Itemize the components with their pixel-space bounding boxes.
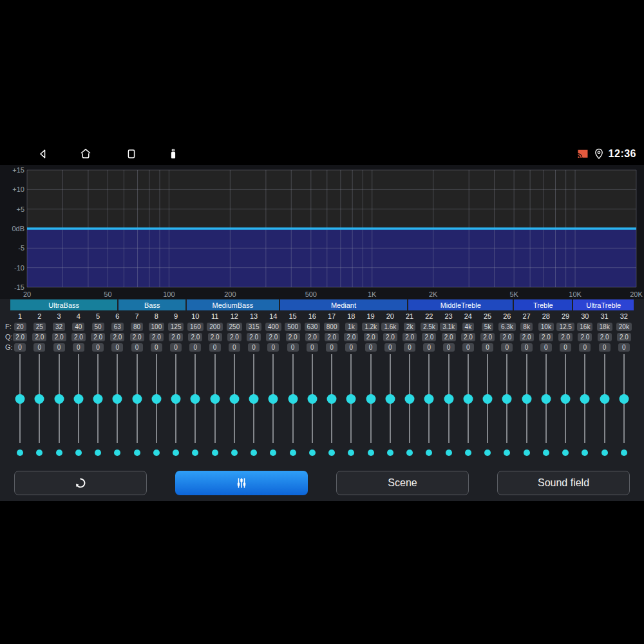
slider-dot: [192, 450, 198, 456]
q-factor-value: 2.0: [305, 333, 319, 341]
slider-knob[interactable]: [288, 394, 298, 404]
slider-knob[interactable]: [249, 394, 259, 404]
slider-knob[interactable]: [600, 394, 609, 404]
slider-knob[interactable]: [327, 394, 337, 404]
slider-knob[interactable]: [113, 394, 122, 404]
slider-knob[interactable]: [463, 394, 473, 404]
y-axis-tick-label: +15: [12, 166, 24, 174]
q-factor-cell: 2.0: [478, 332, 497, 342]
channel-number: 17: [322, 312, 341, 321]
slider-knob[interactable]: [541, 394, 551, 404]
slider-knob[interactable]: [307, 394, 317, 404]
gain-cell: 0: [459, 342, 478, 352]
frequency-cell: 5k: [478, 321, 497, 332]
eq-slider-channel-4: [69, 353, 88, 456]
channel-number: 29: [556, 312, 575, 321]
eq-slider-channel-17: [322, 353, 341, 456]
frequency-cell: 50: [88, 321, 108, 332]
eq-slider-channel-32: [614, 353, 634, 456]
slider-dot: [446, 450, 452, 456]
slider-knob[interactable]: [561, 394, 571, 404]
slider-knob[interactable]: [35, 394, 44, 404]
slider-knob[interactable]: [171, 394, 181, 404]
slider-knob[interactable]: [151, 394, 161, 404]
q-factor-value: 2.0: [461, 333, 475, 341]
frequency-value: 500: [285, 323, 301, 331]
channel-number: 18: [341, 312, 361, 321]
band-treble: Treble: [514, 299, 572, 310]
frequency-value: 800: [324, 323, 340, 331]
q-factor-cell: 2.0: [30, 332, 49, 342]
q-factor-cell: 2.0: [400, 332, 419, 342]
slider-knob[interactable]: [210, 394, 220, 404]
q-factor-value: 2.0: [208, 333, 222, 341]
channel-number-row: 1234567891011121314151617181920212223242…: [10, 312, 634, 321]
sound-field-button[interactable]: Sound field: [497, 471, 630, 495]
scene-button[interactable]: Scene: [336, 471, 469, 495]
gain-value: 0: [14, 343, 26, 352]
home-button[interactable]: [79, 147, 93, 161]
slider-knob[interactable]: [366, 394, 375, 404]
q-factor-value: 2.0: [558, 333, 573, 341]
slider-knob[interactable]: [93, 394, 103, 404]
slider-knob[interactable]: [269, 394, 278, 404]
gain-value: 0: [599, 343, 611, 352]
recents-icon: [124, 147, 138, 161]
frequency-cell: 1.2k: [361, 321, 381, 332]
q-factor-value: 2.0: [539, 333, 553, 341]
reset-button[interactable]: [14, 471, 147, 495]
x-axis-tick-label: 1K: [368, 290, 377, 298]
frequency-cell: 400: [263, 321, 283, 332]
slider-knob[interactable]: [54, 394, 64, 404]
q-factor-value: 2.0: [32, 333, 46, 341]
slider-knob[interactable]: [132, 394, 142, 404]
gain-cell: 0: [536, 342, 556, 352]
gain-cell: 0: [283, 342, 303, 352]
x-axis-tick-label: 2K: [429, 290, 438, 298]
frequency-value: 20k: [616, 323, 632, 331]
slider-knob[interactable]: [15, 394, 25, 404]
slider-knob[interactable]: [444, 394, 453, 404]
slider-knob[interactable]: [619, 394, 629, 404]
slider-knob[interactable]: [580, 394, 590, 404]
recents-button[interactable]: [124, 147, 138, 161]
frequency-cell: 32: [50, 321, 69, 332]
equalizer-button[interactable]: [175, 471, 308, 495]
equalizer-icon: [234, 475, 249, 491]
channel-number: 3: [50, 312, 69, 321]
slider-knob[interactable]: [229, 394, 239, 404]
gain-cell: 0: [303, 342, 322, 352]
frequency-cell: 18k: [595, 321, 614, 332]
slider-knob[interactable]: [385, 394, 395, 404]
q-factor-cell: 2.0: [50, 332, 69, 342]
frequency-cell: 63: [108, 321, 127, 332]
frequency-cell: 8k: [517, 321, 536, 332]
back-button[interactable]: [36, 147, 50, 161]
frequency-value: 630: [305, 323, 321, 331]
band-bass: Bass: [118, 299, 185, 310]
frequency-value: 1.2k: [362, 323, 379, 331]
slider-knob[interactable]: [73, 394, 83, 404]
slider-knob[interactable]: [522, 394, 531, 404]
slider-knob[interactable]: [191, 394, 200, 404]
slider-knob[interactable]: [483, 394, 493, 404]
channel-number: 22: [419, 312, 439, 321]
frequency-value: 3.1k: [440, 323, 457, 331]
channel-number: 23: [439, 312, 459, 321]
q-factor-cell: 2.0: [303, 332, 322, 342]
gain-value: 0: [151, 343, 162, 352]
eq-slider-channel-22: [419, 353, 439, 456]
q-factor-value: 2.0: [227, 333, 242, 341]
q-factor-cell: 2.0: [166, 332, 185, 342]
frequency-value: 4k: [462, 323, 475, 331]
q-factor-value: 2.0: [286, 333, 300, 341]
slider-knob[interactable]: [424, 394, 434, 404]
channel-number: 16: [303, 312, 322, 321]
eq-slider-channel-12: [225, 353, 244, 456]
slider-knob[interactable]: [405, 394, 415, 404]
eq-slider-channel-15: [283, 353, 303, 456]
slider-knob[interactable]: [346, 394, 356, 404]
eq-slider-channel-23: [439, 353, 459, 456]
frequency-value: 10k: [538, 323, 554, 331]
slider-knob[interactable]: [502, 394, 512, 404]
